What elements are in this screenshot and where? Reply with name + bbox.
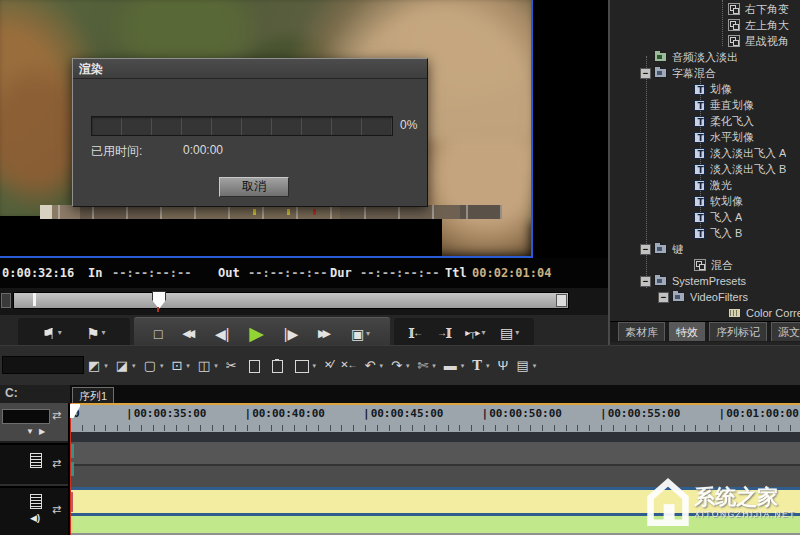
dropdown-caret-icon[interactable]: ▾ [461, 362, 465, 369]
effects-panel: 右下角变 左上角大 星战视角 音频淡入淡出 − 字幕混合 划像 [608, 0, 800, 345]
paste-icon[interactable] [268, 357, 283, 373]
collapse-toggle-icon[interactable]: − [640, 244, 651, 255]
razor-icon[interactable]: ✄ ▾ [417, 359, 435, 372]
tree-item-flyin-a[interactable]: 飞入 A [610, 209, 800, 225]
collapse-toggle-icon[interactable]: − [640, 276, 651, 287]
play-in-to-out-icon[interactable]: ▸┬▸ ▾ [465, 328, 485, 338]
delete-in-out-icon[interactable]: ✕← [340, 360, 356, 370]
loop-playback-icon[interactable]: ▣ ▾ [351, 327, 370, 341]
elapsed-time-value: 0:00:00 [183, 143, 223, 157]
tree-item-fade-flyin-a[interactable]: 淡入淡出飞入 A [610, 145, 800, 161]
tree-item-fade-flyin-b[interactable]: 淡入淡出飞入 B [610, 161, 800, 177]
previous-frame-icon[interactable]: ◀| [215, 327, 229, 341]
timeline-playhead-line [70, 403, 71, 535]
save-project-icon[interactable]: ◫ ▾ [198, 359, 218, 372]
tab-source[interactable]: 源文件 [771, 322, 800, 341]
tree-item-laser[interactable]: 激光 [610, 177, 800, 193]
tree-item-v-wipe[interactable]: 垂直划像 [610, 97, 800, 113]
track-swap-icon[interactable]: ⇄ [52, 503, 61, 516]
title-tool-icon[interactable]: T ▾ [472, 359, 489, 372]
track-swap-icon[interactable]: ⇄ [52, 457, 61, 470]
sequence-tab-strip: 序列1 [70, 385, 800, 403]
dropdown-caret-icon[interactable]: ▾ [132, 362, 136, 369]
dropdown-caret-icon[interactable]: ▾ [214, 362, 218, 369]
play-icon[interactable]: ▶ [249, 324, 264, 343]
fast-forward-icon[interactable]: ▶▶ [318, 328, 331, 339]
tree-item-systempresets[interactable]: − SystemPresets [610, 273, 800, 289]
set-clip-icon[interactable]: ▬ ▾ [444, 359, 465, 372]
dropdown-caret-icon[interactable]: ▾ [186, 362, 190, 369]
export-to-deck-icon[interactable]: ▤ ▾ [500, 326, 519, 340]
tree-item-h-wipe[interactable]: 水平划像 [610, 129, 800, 145]
dropdown-caret-icon[interactable]: ▾ [486, 362, 490, 369]
set-out-point-icon[interactable]: ⚑ ▾ [86, 326, 105, 341]
undo-icon[interactable]: ↶ ▾ [365, 359, 383, 372]
video-track-lane[interactable] [70, 442, 800, 464]
dropdown-caret-icon[interactable]: ▾ [406, 362, 410, 369]
tree-item-audio-fade[interactable]: 音频淡入淡出 [610, 49, 800, 65]
dropdown-caret-icon[interactable]: ▾ [58, 329, 62, 337]
ttl-value: 00:02:01:04 [472, 266, 551, 280]
tree-item-key[interactable]: − 键 [610, 241, 800, 257]
snap-indicator[interactable]: C: [5, 386, 18, 400]
timeline-ruler[interactable]: 0 00:00:35:0000:00:40:0000:00:45:0000:00… [70, 403, 800, 432]
collapse-toggle-icon[interactable]: − [640, 68, 651, 79]
tree-item-starwars[interactable]: 星战视角 [610, 33, 800, 49]
tree-item-wipe[interactable]: 划像 [610, 81, 800, 97]
go-to-out-icon[interactable]: →][ [437, 328, 451, 338]
tree-item-title-mix[interactable]: − 字幕混合 [610, 65, 800, 81]
scrubber-left-box[interactable] [1, 293, 11, 308]
tree-item-corner-tl[interactable]: 左上角大 [610, 17, 800, 33]
tree-item-color-correction[interactable]: Color Correctio [610, 305, 800, 321]
render-dialog-titlebar[interactable]: 渲染 [73, 59, 427, 79]
tree-item-soft-wipe[interactable]: 软划像 [610, 193, 800, 209]
new-clip-icon[interactable]: ▢ ▾ [144, 359, 164, 372]
tab-sequence-marker[interactable]: 序列标记 [709, 322, 767, 341]
copy-icon[interactable] [245, 357, 260, 373]
sequence-tab[interactable]: 序列1 [72, 387, 114, 403]
stop-icon[interactable]: □ [154, 327, 162, 341]
dropdown-caret-icon[interactable]: ▾ [533, 362, 537, 369]
next-frame-icon[interactable]: |▶ [284, 327, 298, 341]
render-dialog: 渲染 0% 已用时间: 0:00:00 取消 [72, 58, 428, 207]
track-name-input[interactable] [2, 409, 50, 424]
tab-effects[interactable]: 特效 [669, 322, 705, 341]
dropdown-caret-icon[interactable]: ▾ [481, 329, 485, 337]
ripple-delete-icon[interactable]: ✕⁄ [324, 360, 332, 370]
dropdown-caret-icon[interactable]: ▾ [104, 362, 108, 369]
go-to-in-icon[interactable]: ][← [409, 328, 423, 338]
track-expand-arrows[interactable]: ▼▶ [26, 427, 50, 436]
duplicate-icon[interactable]: ▾ [291, 357, 317, 373]
scrubber-track[interactable] [13, 292, 569, 309]
collapse-toggle-icon[interactable]: − [658, 292, 669, 303]
scrubber-end-handle[interactable] [556, 294, 567, 307]
dropdown-caret-icon[interactable]: ▾ [515, 329, 519, 337]
redo-icon[interactable]: ↷ ▾ [391, 359, 409, 372]
tree-item-videofilters[interactable]: − VideoFilters [610, 289, 800, 305]
transition-b-icon[interactable]: ◪ ▾ [116, 359, 136, 372]
dropdown-caret-icon[interactable]: ▾ [379, 362, 383, 369]
cancel-button[interactable]: 取消 [219, 177, 289, 197]
transition-a-icon[interactable]: ◩ ▾ [88, 359, 108, 372]
tree-item-flyin-b[interactable]: 飞入 B [610, 225, 800, 241]
import-capture-icon[interactable]: ⊡ ▾ [171, 359, 189, 372]
tree-item-soft-flyin[interactable]: 柔化飞入 [610, 113, 800, 129]
tree-item-corner-br[interactable]: 右下角变 [610, 1, 800, 17]
render-in-out-icon[interactable]: ▤ ▾ [516, 359, 536, 372]
track-swap-icon[interactable]: ⇄ [52, 409, 61, 422]
rewind-icon[interactable]: ◀◀ [182, 328, 195, 339]
set-in-point-icon[interactable]: ⚑ ▾ [42, 326, 61, 341]
dropdown-caret-icon[interactable]: ▾ [432, 362, 436, 369]
cut-icon[interactable]: ✂ [226, 359, 237, 372]
tree-item-icon [694, 100, 705, 111]
voiceover-mic-icon[interactable]: Ψ [498, 359, 509, 372]
tab-bin[interactable]: 素材库 [618, 322, 665, 341]
dropdown-caret-icon[interactable]: ▾ [366, 330, 370, 338]
dropdown-caret-icon[interactable]: ▾ [313, 362, 317, 369]
out-label: Out [218, 266, 240, 280]
tree-item-icon [672, 292, 685, 302]
dropdown-caret-icon[interactable]: ▾ [160, 362, 164, 369]
dropdown-caret-icon[interactable]: ▾ [102, 329, 106, 337]
navigation-controls-group: ][← →][ ▸┬▸ ▾ ▤ ▾ [394, 318, 534, 348]
tree-item-blend[interactable]: 混合 [610, 257, 800, 273]
